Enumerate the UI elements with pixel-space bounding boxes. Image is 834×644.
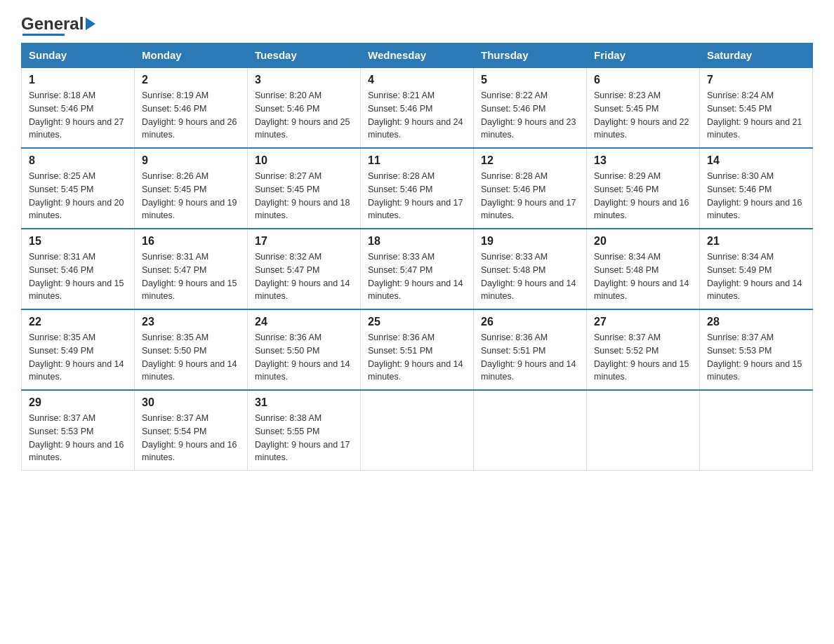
- day-info: Sunrise: 8:24 AM Sunset: 5:45 PM Dayligh…: [707, 89, 805, 142]
- day-number: 23: [142, 316, 240, 328]
- day-info: Sunrise: 8:33 AM Sunset: 5:48 PM Dayligh…: [481, 250, 579, 303]
- calendar-cell: 28 Sunrise: 8:37 AM Sunset: 5:53 PM Dayl…: [700, 309, 813, 390]
- calendar-cell: 21 Sunrise: 8:34 AM Sunset: 5:49 PM Dayl…: [700, 229, 813, 309]
- day-number: 12: [481, 154, 579, 167]
- header-monday: Monday: [135, 43, 248, 68]
- day-number: 13: [594, 154, 692, 167]
- calendar-cell: 27 Sunrise: 8:37 AM Sunset: 5:52 PM Dayl…: [587, 309, 700, 390]
- logo-arrow-icon: [86, 18, 95, 30]
- calendar-cell: 23 Sunrise: 8:35 AM Sunset: 5:50 PM Dayl…: [135, 309, 248, 390]
- calendar-week-row: 29 Sunrise: 8:37 AM Sunset: 5:53 PM Dayl…: [22, 390, 813, 471]
- calendar-cell: 9 Sunrise: 8:26 AM Sunset: 5:45 PM Dayli…: [135, 148, 248, 229]
- day-number: 19: [481, 235, 579, 248]
- day-number: 31: [255, 396, 353, 409]
- calendar-week-row: 1 Sunrise: 8:18 AM Sunset: 5:46 PM Dayli…: [22, 67, 813, 148]
- day-info: Sunrise: 8:19 AM Sunset: 5:46 PM Dayligh…: [142, 89, 240, 142]
- calendar-cell: 26 Sunrise: 8:36 AM Sunset: 5:51 PM Dayl…: [474, 309, 587, 390]
- day-info: Sunrise: 8:36 AM Sunset: 5:51 PM Dayligh…: [481, 331, 579, 384]
- calendar-header-row: SundayMondayTuesdayWednesdayThursdayFrid…: [22, 43, 813, 68]
- day-number: 22: [29, 316, 127, 328]
- calendar-cell: 2 Sunrise: 8:19 AM Sunset: 5:46 PM Dayli…: [135, 67, 248, 148]
- calendar-cell: 19 Sunrise: 8:33 AM Sunset: 5:48 PM Dayl…: [474, 229, 587, 309]
- day-number: 17: [255, 235, 353, 248]
- day-number: 5: [481, 74, 579, 86]
- day-info: Sunrise: 8:33 AM Sunset: 5:47 PM Dayligh…: [368, 250, 466, 303]
- day-info: Sunrise: 8:30 AM Sunset: 5:46 PM Dayligh…: [707, 170, 805, 222]
- calendar-cell: [700, 390, 813, 471]
- day-number: 7: [707, 74, 805, 86]
- day-number: 30: [142, 396, 240, 409]
- header-thursday: Thursday: [474, 43, 587, 68]
- calendar-cell: 1 Sunrise: 8:18 AM Sunset: 5:46 PM Dayli…: [22, 67, 135, 148]
- day-info: Sunrise: 8:32 AM Sunset: 5:47 PM Dayligh…: [255, 250, 353, 303]
- calendar-cell: [587, 390, 700, 471]
- page-header: General: [21, 14, 813, 36]
- calendar-cell: 29 Sunrise: 8:37 AM Sunset: 5:53 PM Dayl…: [22, 390, 135, 471]
- day-info: Sunrise: 8:25 AM Sunset: 5:45 PM Dayligh…: [29, 170, 127, 222]
- logo: General: [21, 14, 95, 36]
- day-number: 3: [255, 74, 353, 86]
- day-number: 14: [707, 154, 805, 167]
- day-number: 20: [594, 235, 692, 248]
- day-number: 25: [368, 316, 466, 328]
- calendar-cell: 10 Sunrise: 8:27 AM Sunset: 5:45 PM Dayl…: [248, 148, 361, 229]
- header-sunday: Sunday: [22, 43, 135, 68]
- calendar-cell: 24 Sunrise: 8:36 AM Sunset: 5:50 PM Dayl…: [248, 309, 361, 390]
- day-info: Sunrise: 8:21 AM Sunset: 5:46 PM Dayligh…: [368, 89, 466, 142]
- day-info: Sunrise: 8:35 AM Sunset: 5:50 PM Dayligh…: [142, 331, 240, 384]
- day-info: Sunrise: 8:34 AM Sunset: 5:48 PM Dayligh…: [594, 250, 692, 303]
- logo-general-text: General: [21, 14, 95, 34]
- day-info: Sunrise: 8:22 AM Sunset: 5:46 PM Dayligh…: [481, 89, 579, 142]
- calendar-cell: 6 Sunrise: 8:23 AM Sunset: 5:45 PM Dayli…: [587, 67, 700, 148]
- calendar-cell: 4 Sunrise: 8:21 AM Sunset: 5:46 PM Dayli…: [361, 67, 474, 148]
- day-number: 11: [368, 154, 466, 167]
- calendar-cell: 31 Sunrise: 8:38 AM Sunset: 5:55 PM Dayl…: [248, 390, 361, 471]
- day-info: Sunrise: 8:18 AM Sunset: 5:46 PM Dayligh…: [29, 89, 127, 142]
- calendar-cell: 12 Sunrise: 8:28 AM Sunset: 5:46 PM Dayl…: [474, 148, 587, 229]
- day-number: 27: [594, 316, 692, 328]
- day-number: 4: [368, 74, 466, 86]
- calendar-cell: 14 Sunrise: 8:30 AM Sunset: 5:46 PM Dayl…: [700, 148, 813, 229]
- day-info: Sunrise: 8:35 AM Sunset: 5:49 PM Dayligh…: [29, 331, 127, 384]
- calendar-cell: 7 Sunrise: 8:24 AM Sunset: 5:45 PM Dayli…: [700, 67, 813, 148]
- day-info: Sunrise: 8:36 AM Sunset: 5:51 PM Dayligh…: [368, 331, 466, 384]
- calendar-cell: 11 Sunrise: 8:28 AM Sunset: 5:46 PM Dayl…: [361, 148, 474, 229]
- calendar-cell: 5 Sunrise: 8:22 AM Sunset: 5:46 PM Dayli…: [474, 67, 587, 148]
- calendar-cell: 22 Sunrise: 8:35 AM Sunset: 5:49 PM Dayl…: [22, 309, 135, 390]
- day-info: Sunrise: 8:28 AM Sunset: 5:46 PM Dayligh…: [368, 170, 466, 222]
- day-number: 16: [142, 235, 240, 248]
- day-number: 15: [29, 235, 127, 248]
- day-number: 8: [29, 154, 127, 167]
- calendar-cell: 17 Sunrise: 8:32 AM Sunset: 5:47 PM Dayl…: [248, 229, 361, 309]
- calendar-table: SundayMondayTuesdayWednesdayThursdayFrid…: [21, 43, 813, 471]
- day-number: 18: [368, 235, 466, 248]
- calendar-cell: 8 Sunrise: 8:25 AM Sunset: 5:45 PM Dayli…: [22, 148, 135, 229]
- calendar-cell: 3 Sunrise: 8:20 AM Sunset: 5:46 PM Dayli…: [248, 67, 361, 148]
- day-info: Sunrise: 8:20 AM Sunset: 5:46 PM Dayligh…: [255, 89, 353, 142]
- day-info: Sunrise: 8:36 AM Sunset: 5:50 PM Dayligh…: [255, 331, 353, 384]
- calendar-cell: [474, 390, 587, 471]
- day-info: Sunrise: 8:29 AM Sunset: 5:46 PM Dayligh…: [594, 170, 692, 222]
- calendar-cell: [361, 390, 474, 471]
- calendar-week-row: 15 Sunrise: 8:31 AM Sunset: 5:46 PM Dayl…: [22, 229, 813, 309]
- day-number: 1: [29, 74, 127, 86]
- day-info: Sunrise: 8:37 AM Sunset: 5:53 PM Dayligh…: [707, 331, 805, 384]
- calendar-cell: 20 Sunrise: 8:34 AM Sunset: 5:48 PM Dayl…: [587, 229, 700, 309]
- day-number: 28: [707, 316, 805, 328]
- calendar-cell: 16 Sunrise: 8:31 AM Sunset: 5:47 PM Dayl…: [135, 229, 248, 309]
- calendar-cell: 25 Sunrise: 8:36 AM Sunset: 5:51 PM Dayl…: [361, 309, 474, 390]
- day-info: Sunrise: 8:38 AM Sunset: 5:55 PM Dayligh…: [255, 412, 353, 464]
- calendar-cell: 15 Sunrise: 8:31 AM Sunset: 5:46 PM Dayl…: [22, 229, 135, 309]
- day-number: 2: [142, 74, 240, 86]
- day-number: 10: [255, 154, 353, 167]
- day-info: Sunrise: 8:34 AM Sunset: 5:49 PM Dayligh…: [707, 250, 805, 303]
- day-number: 26: [481, 316, 579, 328]
- header-tuesday: Tuesday: [248, 43, 361, 68]
- calendar-week-row: 8 Sunrise: 8:25 AM Sunset: 5:45 PM Dayli…: [22, 148, 813, 229]
- day-number: 6: [594, 74, 692, 86]
- day-info: Sunrise: 8:37 AM Sunset: 5:53 PM Dayligh…: [29, 412, 127, 464]
- day-number: 24: [255, 316, 353, 328]
- day-info: Sunrise: 8:31 AM Sunset: 5:47 PM Dayligh…: [142, 250, 240, 303]
- day-number: 29: [29, 396, 127, 409]
- day-number: 21: [707, 235, 805, 248]
